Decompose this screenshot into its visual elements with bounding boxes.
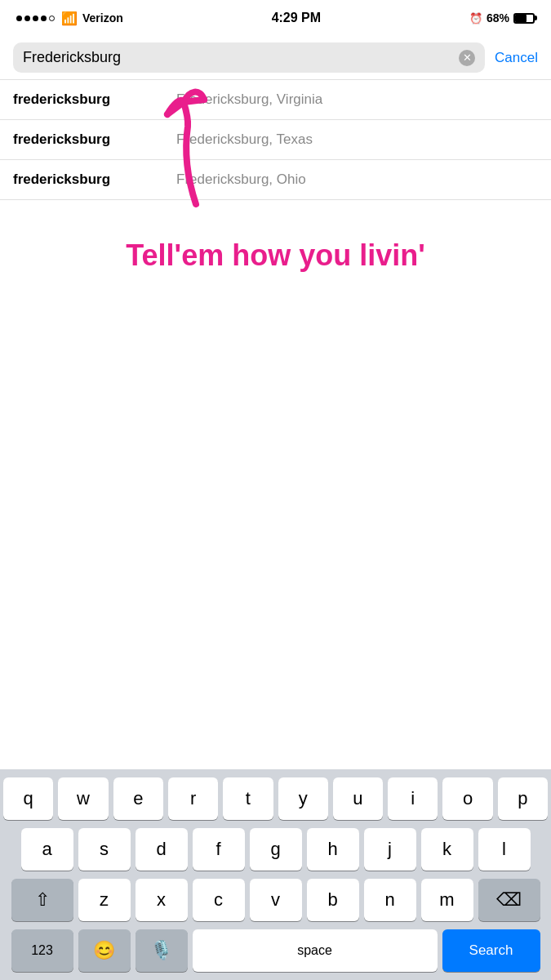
key-o[interactable]: o	[442, 777, 492, 820]
key-w[interactable]: w	[58, 777, 108, 820]
key-q[interactable]: q	[3, 777, 53, 820]
alarm-icon: ⏰	[469, 12, 482, 24]
key-u[interactable]: u	[333, 777, 383, 820]
search-input[interactable]: Fredericksburg	[23, 49, 452, 66]
battery-percent: 68%	[487, 11, 509, 24]
result-bold-1: fredericksburg	[13, 91, 176, 108]
keyboard: q w e r t y u i o p a s d f g h j k l ⇧ …	[0, 769, 551, 980]
result-light-3: Fredericksburg, Ohio	[176, 172, 306, 188]
result-item-virginia[interactable]: fredericksburg Fredericksburg, Virginia	[0, 80, 551, 120]
result-item-ohio[interactable]: fredericksburg Fredericksburg, Ohio	[0, 160, 551, 200]
key-y[interactable]: y	[278, 777, 328, 820]
result-light-1: Fredericksburg, Virginia	[176, 91, 322, 108]
key-d[interactable]: d	[136, 828, 188, 871]
key-t[interactable]: t	[223, 777, 273, 820]
signal-icon	[16, 16, 55, 21]
key-g[interactable]: g	[250, 828, 302, 871]
shift-key[interactable]: ⇧	[11, 879, 73, 921]
keyboard-row-2: a s d f g h j k l	[3, 828, 548, 871]
status-left: 📶 Verizon	[16, 11, 123, 26]
key-b[interactable]: b	[307, 879, 359, 921]
carrier-name: Verizon	[82, 11, 123, 24]
result-bold-3: fredericksburg	[13, 172, 176, 188]
key-n[interactable]: n	[364, 879, 416, 921]
status-time: 4:29 PM	[272, 11, 321, 25]
emoji-key[interactable]: 😊	[78, 929, 131, 972]
results-list: fredericksburg Fredericksburg, Virginia …	[0, 80, 551, 200]
wifi-icon: 📶	[61, 11, 78, 26]
status-bar: 📶 Verizon 4:29 PM ⏰ 68%	[0, 0, 551, 36]
battery-icon	[513, 13, 535, 24]
cancel-button[interactable]: Cancel	[495, 50, 538, 66]
mic-key[interactable]: 🎙️	[136, 929, 188, 972]
key-l[interactable]: l	[478, 828, 531, 871]
key-v[interactable]: v	[250, 879, 302, 921]
search-input-wrapper[interactable]: Fredericksburg ✕	[13, 42, 485, 73]
search-key[interactable]: Search	[442, 929, 540, 972]
space-key[interactable]: space	[193, 929, 438, 972]
key-m[interactable]: m	[421, 879, 473, 921]
key-z[interactable]: z	[78, 879, 131, 921]
key-k[interactable]: k	[421, 828, 473, 871]
result-item-texas[interactable]: fredericksburg Fredericksburg, Texas	[0, 120, 551, 160]
clear-button[interactable]: ✕	[459, 50, 475, 66]
annotation-text: Tell'em how you livin'	[0, 237, 551, 275]
key-c[interactable]: c	[193, 879, 245, 921]
key-x[interactable]: x	[136, 879, 188, 921]
keyboard-row-1: q w e r t y u i o p	[3, 777, 548, 820]
result-light-2: Fredericksburg, Texas	[176, 131, 313, 148]
key-r[interactable]: r	[168, 777, 218, 820]
battery-fill	[515, 15, 527, 22]
key-p[interactable]: p	[498, 777, 548, 820]
key-j[interactable]: j	[364, 828, 416, 871]
key-f[interactable]: f	[193, 828, 245, 871]
delete-key[interactable]: ⌫	[478, 879, 540, 921]
key-s[interactable]: s	[78, 828, 131, 871]
keyboard-row-4: 123 😊 🎙️ space Search	[3, 929, 548, 972]
search-bar-container: Fredericksburg ✕ Cancel	[0, 36, 551, 80]
numbers-key[interactable]: 123	[11, 929, 73, 972]
key-e[interactable]: e	[113, 777, 163, 820]
status-right: ⏰ 68%	[469, 11, 535, 24]
keyboard-row-3: ⇧ z x c v b n m ⌫	[3, 879, 548, 921]
key-a[interactable]: a	[21, 828, 73, 871]
key-i[interactable]: i	[388, 777, 438, 820]
result-bold-2: fredericksburg	[13, 131, 176, 148]
key-h[interactable]: h	[307, 828, 359, 871]
